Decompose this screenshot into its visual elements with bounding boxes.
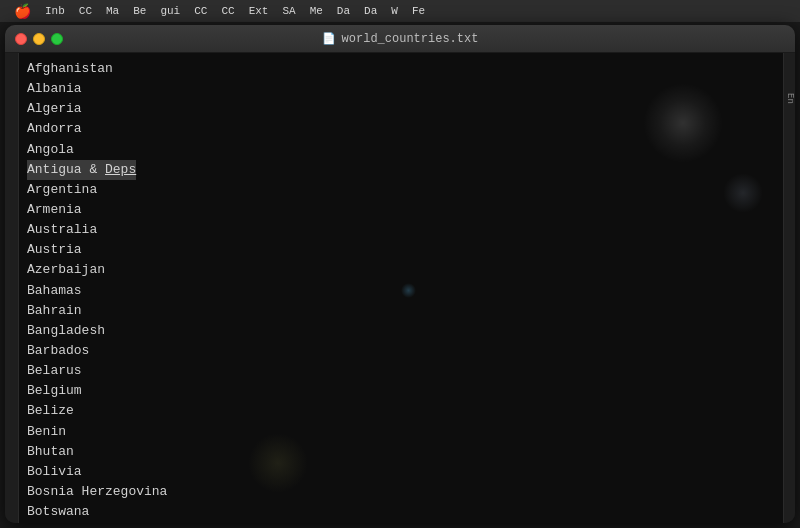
list-item: Australia	[27, 220, 775, 240]
list-item: Angola	[27, 140, 775, 160]
window-title: 📄 world_countries.txt	[322, 32, 479, 46]
list-item: Botswana	[27, 502, 775, 522]
close-button[interactable]	[15, 33, 27, 45]
menubar-da1[interactable]: Da	[331, 0, 356, 22]
window: 📄 world_countries.txt Afghanistan Albani…	[5, 25, 795, 523]
list-item: Bhutan	[27, 442, 775, 462]
titlebar: 📄 world_countries.txt	[5, 25, 795, 53]
list-item: Belize	[27, 401, 775, 421]
traffic-lights	[15, 33, 63, 45]
menubar-cc1[interactable]: CC	[73, 0, 98, 22]
menubar-ma[interactable]: Ma	[100, 0, 125, 22]
list-item: Bahrain	[27, 301, 775, 321]
list-item: Antigua & Deps	[27, 160, 775, 180]
list-item: Austria	[27, 240, 775, 260]
title-label: world_countries.txt	[342, 32, 479, 46]
maximize-button[interactable]	[51, 33, 63, 45]
menubar-me[interactable]: Me	[304, 0, 329, 22]
apple-menu[interactable]: 🍎	[8, 0, 37, 22]
right-panel: En	[783, 53, 795, 523]
list-item: Afghanistan	[27, 59, 775, 79]
highlighted-text: Antigua & Deps	[27, 160, 136, 180]
list-item: Barbados	[27, 341, 775, 361]
list-item: Armenia	[27, 200, 775, 220]
list-item: Benin	[27, 422, 775, 442]
list-item: Bosnia Herzegovina	[27, 482, 775, 502]
list-item: Azerbaijan	[27, 260, 775, 280]
list-item: Albania	[27, 79, 775, 99]
list-item: Brazil	[27, 522, 775, 523]
menubar-da2[interactable]: Da	[358, 0, 383, 22]
left-sidebar	[5, 53, 19, 523]
menubar-cc3[interactable]: CC	[215, 0, 240, 22]
country-list: Afghanistan Albania Algeria Andorra Ango…	[27, 59, 775, 523]
menubar-gui[interactable]: gui	[154, 0, 186, 22]
right-panel-label: En	[785, 93, 795, 104]
menubar: 🍎 Inb CC Ma Be gui CC CC Ext SA Me Da Da…	[0, 0, 800, 22]
menubar-sa[interactable]: SA	[276, 0, 301, 22]
list-item: Bahamas	[27, 281, 775, 301]
file-icon: 📄	[322, 32, 336, 45]
minimize-button[interactable]	[33, 33, 45, 45]
menubar-fe[interactable]: Fe	[406, 0, 431, 22]
menubar-w[interactable]: W	[385, 0, 404, 22]
list-item: Bolivia	[27, 462, 775, 482]
list-item: Belarus	[27, 361, 775, 381]
menubar-cc2[interactable]: CC	[188, 0, 213, 22]
menubar-ext[interactable]: Ext	[243, 0, 275, 22]
content-area: Afghanistan Albania Algeria Andorra Ango…	[5, 53, 795, 523]
menubar-be[interactable]: Be	[127, 0, 152, 22]
list-item: Algeria	[27, 99, 775, 119]
list-item: Bangladesh	[27, 321, 775, 341]
list-item: Argentina	[27, 180, 775, 200]
list-item: Andorra	[27, 119, 775, 139]
menubar-inb[interactable]: Inb	[39, 0, 71, 22]
list-item: Belgium	[27, 381, 775, 401]
text-editor[interactable]: Afghanistan Albania Algeria Andorra Ango…	[19, 53, 783, 523]
